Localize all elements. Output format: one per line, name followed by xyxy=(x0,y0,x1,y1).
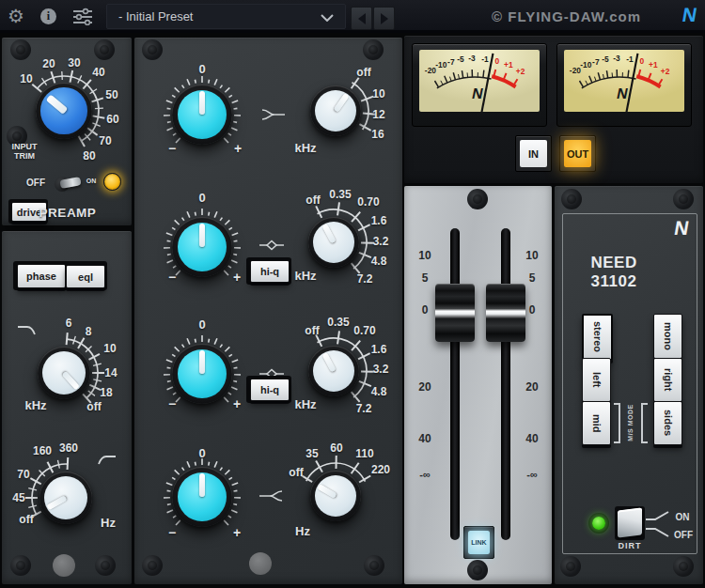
scale-label: off xyxy=(289,466,303,479)
scale-label: off xyxy=(19,513,33,526)
gain-zero-label: 0 xyxy=(198,446,205,460)
svg-text:-1: -1 xyxy=(626,54,634,64)
mode-sides-button[interactable]: sides xyxy=(653,401,682,445)
mode-stereo-button[interactable]: stereo xyxy=(582,314,613,361)
scale-label: 60 xyxy=(330,441,342,455)
mode-mid-button[interactable]: mid xyxy=(582,401,611,445)
svg-text:0: 0 xyxy=(639,56,644,66)
preamp-off-label: OFF xyxy=(26,178,45,188)
hf-freq-knob[interactable] xyxy=(310,85,361,136)
hf-gain-knob[interactable] xyxy=(172,85,232,145)
scale-label: off xyxy=(356,66,370,79)
svg-text:N: N xyxy=(616,85,630,101)
gain-plus-label: + xyxy=(233,525,241,540)
lf-freq-knob[interactable] xyxy=(310,471,361,521)
screw xyxy=(673,189,694,209)
ms-mode-label: M/S MODE xyxy=(627,404,634,441)
scale-label: 0.70 xyxy=(357,195,379,209)
lmf-hi-q-button[interactable]: hi-q xyxy=(250,379,290,401)
fader-scale-label: -∞ xyxy=(419,469,431,480)
input-trim-knob[interactable] xyxy=(36,83,92,139)
svg-text:-3: -3 xyxy=(613,54,620,63)
scale-label: 16 xyxy=(371,128,384,141)
scale-label: 7.2 xyxy=(356,402,372,415)
mode-left-button[interactable]: left xyxy=(582,358,611,402)
link-button[interactable]: LINK xyxy=(463,526,494,559)
out-button[interactable]: OUT xyxy=(559,135,596,172)
scale-label: 45 xyxy=(12,491,24,504)
lf-gain-knob[interactable] xyxy=(172,467,232,527)
fader-scale-label: 5 xyxy=(529,271,536,285)
gain-zero-label: 0 xyxy=(198,191,205,205)
vu-meter-left: -20-10-7-5-3-10+1+2N xyxy=(412,43,547,127)
scale-label: 6 xyxy=(66,317,72,330)
fader-track-right[interactable] xyxy=(501,228,510,540)
scale-label: 110 xyxy=(355,447,373,460)
panel-cap xyxy=(249,552,272,575)
svg-text:-7: -7 xyxy=(447,57,455,67)
screw xyxy=(560,556,581,577)
fader-cap-right[interactable] xyxy=(486,284,525,342)
high-shelf-icon xyxy=(260,107,287,122)
gain-zero-label: 0 xyxy=(198,317,205,332)
fader-cap-left[interactable] xyxy=(435,284,475,342)
screw xyxy=(467,560,488,580)
screw xyxy=(10,39,31,60)
bell-eq-icon xyxy=(258,238,285,253)
phase-button[interactable]: phase xyxy=(17,264,66,288)
hmf-freq-knob[interactable] xyxy=(308,217,359,268)
preamp-on-label: ON xyxy=(86,178,97,184)
scale-label: 4.8 xyxy=(371,385,387,398)
preset-selector[interactable]: - Initial Preset xyxy=(106,4,346,29)
mode-mono-button[interactable]: mono xyxy=(653,314,682,359)
preamp-led xyxy=(103,173,121,191)
hmf-gain-knob[interactable] xyxy=(172,217,232,277)
scale-label: 220 xyxy=(371,463,390,476)
gain-zero-label: 0 xyxy=(198,62,205,76)
scale-label: 30 xyxy=(68,56,80,70)
info-icon[interactable]: i xyxy=(40,8,56,24)
panel-cap xyxy=(53,554,75,577)
prev-preset-button[interactable] xyxy=(351,7,372,30)
scale-label: 35 xyxy=(306,447,318,460)
hpf-knob[interactable] xyxy=(39,472,92,524)
mode-right-button[interactable]: right xyxy=(653,358,682,402)
fader-scale-label: 5 xyxy=(422,271,429,285)
gain-minus-label: − xyxy=(168,396,176,411)
scale-label: 0.35 xyxy=(329,188,351,201)
scale-label: 160 xyxy=(33,444,52,457)
preset-name: - Initial Preset xyxy=(118,9,193,23)
svg-text:-1: -1 xyxy=(481,54,489,64)
dirt-rocker-switch[interactable] xyxy=(618,507,642,537)
scale-label: 1.6 xyxy=(371,343,387,356)
svg-text:+1: +1 xyxy=(504,60,513,70)
plugin-window: ⚙ i - Initial Preset © FLYING-DAW.com N … xyxy=(0,0,705,588)
svg-text:-10: -10 xyxy=(580,60,591,70)
scale-label: off xyxy=(86,400,101,413)
gear-icon[interactable]: ⚙ xyxy=(8,5,24,27)
gain-minus-label: − xyxy=(168,525,176,540)
hmf-hi-q-button[interactable]: hi-q xyxy=(250,260,290,283)
lpf-knob[interactable] xyxy=(38,347,90,399)
screw xyxy=(94,39,115,60)
scale-label: 18 xyxy=(100,386,112,399)
scale-label: 40 xyxy=(92,66,104,79)
fader-track-left[interactable] xyxy=(450,228,460,540)
preset-manager-icon[interactable] xyxy=(72,8,93,29)
next-preset-button[interactable] xyxy=(373,7,395,30)
in-button[interactable]: IN xyxy=(515,135,552,172)
scale-label: 10 xyxy=(20,72,32,85)
svg-text:+2: +2 xyxy=(516,67,525,76)
scale-label: off xyxy=(306,193,320,207)
scale-label: 50 xyxy=(105,88,118,101)
screw xyxy=(467,189,488,209)
svg-text:-7: -7 xyxy=(592,57,600,67)
scale-label: 80 xyxy=(83,149,95,162)
screw xyxy=(364,555,384,576)
scale-label: 14 xyxy=(104,366,117,379)
lmf-gain-knob[interactable] xyxy=(172,344,232,404)
lowpass-filter-icon xyxy=(17,324,39,337)
fader-scale-label: 0 xyxy=(422,303,429,317)
eql-button[interactable]: eql xyxy=(66,265,105,288)
lmf-freq-knob[interactable] xyxy=(308,346,359,396)
